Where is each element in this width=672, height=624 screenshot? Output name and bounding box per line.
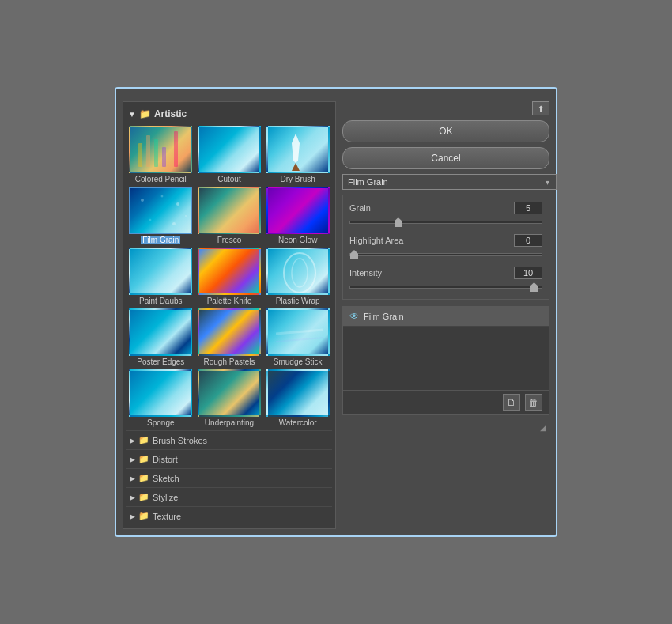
layer-toolbar: 🗋 🗑 <box>343 390 549 414</box>
filter-underpainting[interactable]: Underpainting <box>197 369 262 427</box>
folder-icon-stylize: 📁 <box>138 492 149 502</box>
filter-colored-pencil[interactable]: Colored Pencil <box>128 126 194 183</box>
subcategory-stylize[interactable]: ▶ 📁 Stylize <box>126 487 332 506</box>
param-grain-label: Grain <box>349 203 371 213</box>
filter-thumb-fresco <box>198 187 261 234</box>
filter-neon-glow[interactable]: Neon Glow <box>265 187 330 244</box>
folder-icon-distort: 📁 <box>138 454 149 464</box>
svg-point-10 <box>149 219 152 221</box>
folder-icon-texture: 📁 <box>138 511 149 521</box>
filter-poster-edges[interactable]: Poster Edges <box>128 308 194 366</box>
filter-thumb-dry-brush <box>266 126 330 173</box>
filter-film-grain-label: Film Grain <box>141 236 180 244</box>
filter-fresco[interactable]: Fresco <box>197 187 262 244</box>
filter-underpainting-label: Underpainting <box>205 418 254 427</box>
filter-dry-brush-label: Dry Brush <box>280 175 315 183</box>
svg-rect-1 <box>146 135 150 167</box>
param-highlight-area-header: Highlight Area <box>349 234 542 247</box>
arrow-down-icon: ▼ <box>128 110 136 119</box>
new-layer-icon: 🗋 <box>507 397 516 408</box>
subcategory-sketch-label: Sketch <box>153 474 179 483</box>
filter-paint-daubs[interactable]: Paint Daubs <box>128 248 194 305</box>
filter-watercolor[interactable]: Watercolor <box>265 369 330 427</box>
filter-plastic-wrap[interactable]: Plastic Wrap <box>265 248 330 305</box>
subcategory-brush-strokes[interactable]: ▶ 📁 Brush Strokes <box>126 430 332 449</box>
param-intensity: Intensity <box>349 267 542 293</box>
subcategory-brush-strokes-label: Brush Strokes <box>153 436 207 445</box>
filter-thumb-neon-glow <box>266 187 330 234</box>
filter-rough-pastels[interactable]: Rough Pastels <box>197 308 262 366</box>
category-artistic[interactable]: ▼ 📁 Artistic <box>126 105 332 123</box>
param-intensity-value[interactable] <box>514 267 542 279</box>
filter-film-grain[interactable]: Film Grain <box>128 187 194 244</box>
filter-select-dropdown[interactable]: Film Grain Colored Pencil Cutout Dry Bru… <box>342 174 557 190</box>
filter-cutout-label: Cutout <box>217 175 240 183</box>
filter-thumb-sponge <box>129 369 192 417</box>
new-layer-button[interactable]: 🗋 <box>503 394 520 411</box>
filter-thumb-cutout <box>198 126 261 173</box>
folder-icon-sketch: 📁 <box>138 473 149 483</box>
filter-gallery-dialog: ▼ 📁 Artistic Color <box>115 87 557 537</box>
svg-rect-4 <box>174 131 178 167</box>
param-highlight-area-slider-container <box>349 249 542 260</box>
filter-sponge[interactable]: Sponge <box>128 369 194 427</box>
svg-point-12 <box>185 215 187 217</box>
param-intensity-label: Intensity <box>349 268 382 278</box>
param-grain-value[interactable] <box>514 202 542 214</box>
left-panel: ▼ 📁 Artistic Color <box>123 101 336 529</box>
folder-icon: 📁 <box>139 108 151 119</box>
svg-marker-6 <box>292 163 300 171</box>
subcategory-distort[interactable]: ▶ 📁 Distort <box>126 449 332 468</box>
svg-line-15 <box>276 330 323 334</box>
arrow-right-icon-distort: ▶ <box>130 456 135 463</box>
filter-thumb-film-grain <box>129 187 192 234</box>
param-grain-slider-thumb[interactable] <box>395 217 402 227</box>
delete-icon: 🗑 <box>529 397 538 408</box>
svg-point-7 <box>141 199 144 202</box>
filter-thumb-underpainting <box>198 369 261 417</box>
filter-poster-edges-label: Poster Edges <box>137 357 184 366</box>
filter-thumb-smudge-stick <box>266 308 330 356</box>
param-intensity-slider-thumb[interactable] <box>530 282 538 292</box>
filter-thumb-palette-knife <box>198 248 261 295</box>
ok-button[interactable]: OK <box>342 120 549 142</box>
param-highlight-area-slider-track <box>349 253 542 256</box>
filter-paint-daubs-label: Paint Daubs <box>139 297 182 305</box>
filter-plastic-wrap-label: Plastic Wrap <box>276 297 320 305</box>
right-panel: ⬆ OK Cancel Film Grain Colored Pencil Cu… <box>342 101 549 529</box>
param-highlight-area-value[interactable] <box>514 234 542 247</box>
filter-palette-knife[interactable]: Palette Knife <box>197 248 262 305</box>
filter-dry-brush[interactable]: Dry Brush <box>265 126 330 183</box>
arrow-right-icon-sketch: ▶ <box>130 475 135 482</box>
subcategory-distort-label: Distort <box>153 455 178 464</box>
subcategory-stylize-label: Stylize <box>153 493 178 502</box>
filter-palette-knife-label: Palette Knife <box>207 297 252 305</box>
subcategory-sketch[interactable]: ▶ 📁 Sketch <box>126 468 332 487</box>
filter-cutout[interactable]: Cutout <box>197 126 262 183</box>
svg-rect-2 <box>154 139 158 167</box>
filter-smudge-stick[interactable]: Smudge Stick <box>265 308 330 366</box>
params-section: Grain Highlight Area <box>342 195 549 300</box>
filter-thumb-paint-daubs <box>129 248 192 295</box>
param-intensity-header: Intensity <box>349 267 542 279</box>
svg-marker-5 <box>292 134 300 163</box>
svg-point-11 <box>172 222 176 225</box>
collapse-button[interactable]: ⬆ <box>532 101 549 115</box>
param-grain: Grain <box>349 202 542 228</box>
layer-name: Film Grain <box>364 312 542 321</box>
delete-layer-button[interactable]: 🗑 <box>525 394 542 411</box>
resize-handle[interactable]: ◢ <box>342 422 549 433</box>
filter-grid: Colored Pencil Cutout Dry Brush <box>126 123 332 430</box>
filter-sponge-label: Sponge <box>147 418 174 427</box>
filter-watercolor-label: Watercolor <box>279 418 317 427</box>
filter-rough-pastels-label: Rough Pastels <box>203 357 255 366</box>
svg-rect-0 <box>138 143 142 167</box>
subcategory-texture[interactable]: ▶ 📁 Texture <box>126 506 332 525</box>
layer-row: 👁 Film Grain <box>343 307 549 327</box>
folder-icon-brush: 📁 <box>138 435 149 445</box>
param-highlight-area-slider-thumb[interactable] <box>350 250 358 259</box>
arrow-right-icon-texture: ▶ <box>130 512 135 520</box>
layer-visibility-icon[interactable]: 👁 <box>349 311 359 322</box>
filter-thumb-colored-pencil <box>129 126 192 173</box>
cancel-button[interactable]: Cancel <box>342 147 549 169</box>
